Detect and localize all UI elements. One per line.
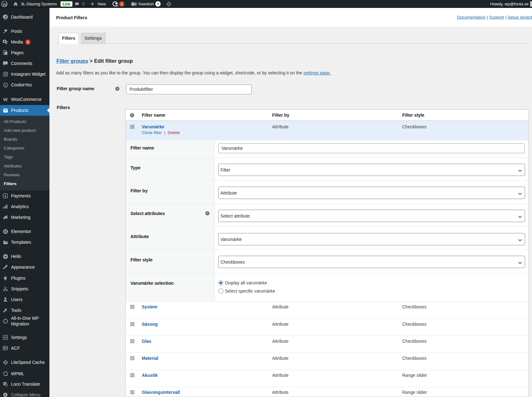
svg-text:A: A — [4, 382, 6, 385]
svg-text:$: $ — [4, 194, 6, 198]
